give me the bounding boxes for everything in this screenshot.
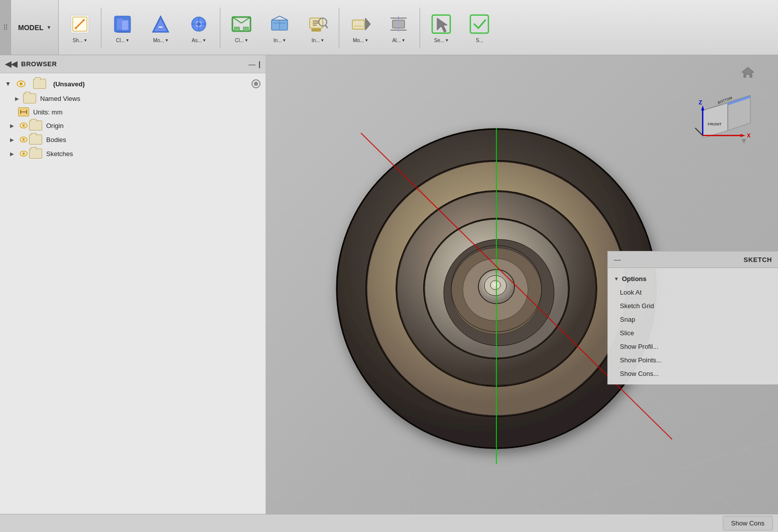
toolbar-item-align[interactable]: Al...▼ — [380, 3, 417, 53]
model-label: MODEL — [18, 24, 44, 32]
svg-rect-34 — [352, 20, 364, 29]
svg-marker-77 — [742, 67, 754, 77]
toolbar-item-select[interactable]: Se...▼ — [423, 3, 459, 53]
svg-line-24 — [280, 16, 288, 20]
browser-tree: ▼ (Unsaved) ▶ Named Views — [0, 73, 266, 164]
sketch-options-header[interactable]: ▼ Options — [608, 272, 778, 286]
named-views-label: Named Views — [40, 95, 80, 102]
origin-label: Origin — [46, 122, 64, 129]
stop-icon — [468, 13, 491, 36]
named-views-folder-icon — [23, 93, 36, 103]
svg-line-92 — [695, 128, 703, 136]
root-record-icon[interactable] — [251, 79, 261, 88]
sketches-visibility-icon[interactable] — [18, 149, 29, 158]
toolbar-item-sketch[interactable]: Sh...▼ — [62, 3, 98, 53]
insert-icon — [268, 13, 291, 36]
svg-rect-20 — [234, 27, 239, 31]
toolbar-item-construct[interactable]: Cl...▼ — [223, 3, 260, 53]
svg-point-52 — [23, 139, 25, 141]
browser-root-item[interactable]: ▼ (Unsaved) — [0, 76, 266, 91]
sketches-folder-icon — [29, 149, 42, 159]
view-cube-down-chevron[interactable]: ▼ — [740, 137, 748, 146]
model-menu-button[interactable]: MODEL ▼ — [11, 0, 59, 55]
sketch-option-show-profile[interactable]: Show Profil... — [608, 340, 778, 353]
root-collapse-chevron: ▼ — [5, 80, 11, 87]
browser-item-sketches[interactable]: ▶ Sketches — [0, 147, 266, 161]
units-label: Units: mm — [33, 108, 63, 116]
browser-item-named-views[interactable]: ▶ Named Views — [0, 91, 266, 105]
root-folder-icon — [33, 79, 46, 89]
sketch-panel-title: SKETCH — [744, 256, 772, 263]
sketch-option-look-at[interactable]: Look At — [608, 286, 778, 299]
sketch-option-snap[interactable]: Snap — [608, 313, 778, 326]
sketch-panel-minimize[interactable]: — — [614, 255, 621, 263]
toolbar-label-sketch: Sh...▼ — [73, 38, 88, 44]
toolbar-item-modify[interactable]: Mo...▼ — [143, 3, 179, 53]
browser-collapse-button[interactable]: ◀◀ — [5, 59, 17, 69]
sketch-icon — [68, 13, 91, 36]
toolbar-item-motion[interactable]: Mo...▼ — [342, 3, 378, 53]
motion-icon — [349, 13, 372, 36]
sketch-option-show-cons[interactable]: Show Cons... — [608, 367, 778, 380]
bodies-folder-icon — [29, 135, 42, 145]
toolbar-label-inspect: In...▼ — [312, 38, 325, 44]
svg-point-3 — [75, 27, 77, 29]
svg-line-18 — [232, 17, 241, 23]
toolbar-label-assemble: As...▼ — [192, 38, 206, 44]
toolbar-item-inspect[interactable]: In...▼ — [300, 3, 336, 53]
toolbar-divider-1 — [101, 8, 101, 48]
svg-marker-78 — [703, 103, 728, 138]
browser-item-origin[interactable]: ▶ Origin — [0, 118, 266, 132]
svg-marker-36 — [365, 18, 370, 30]
toolbar-label-select: Se...▼ — [434, 38, 449, 44]
origin-chevron: ▶ — [10, 123, 18, 128]
svg-line-33 — [325, 25, 328, 28]
bodies-label: Bodies — [46, 136, 66, 144]
toolbar-item-stop[interactable]: S... — [461, 3, 497, 53]
show-cons-button[interactable]: Show Cons — [723, 516, 773, 530]
browser-minimize-button[interactable]: — — [248, 60, 255, 68]
sketch-panel-header: — SKETCH — [608, 251, 778, 268]
toolbar-label-modify: Mo...▼ — [153, 38, 169, 44]
toolbar-handle[interactable]: ⠿ — [0, 0, 11, 55]
bottom-bar: Show Cons — [0, 514, 778, 532]
root-visibility-icon[interactable] — [16, 80, 26, 88]
bodies-visibility-icon[interactable] — [18, 135, 29, 144]
toolbar-label-create: Cl...▼ — [116, 38, 129, 44]
toolbar-divider-2 — [220, 8, 220, 48]
view-cube-svg[interactable]: FRONT BOTTOM Z X — [693, 80, 763, 146]
home-icon[interactable] — [741, 65, 755, 79]
toolbar-divider-3 — [339, 8, 339, 48]
sketch-options-section: ▼ Options Look At Sketch Grid Snap Slice… — [608, 268, 778, 384]
select-icon — [430, 13, 453, 36]
sketch-option-grid[interactable]: Sketch Grid — [608, 299, 778, 313]
svg-text:FRONT: FRONT — [708, 122, 722, 126]
sketches-chevron: ▶ — [10, 151, 18, 157]
svg-point-4 — [83, 19, 85, 21]
toolbar: ⠿ MODEL ▼ Sh...▼ — [0, 0, 778, 55]
browser-item-bodies[interactable]: ▶ Bodies — [0, 132, 266, 147]
svg-rect-21 — [243, 27, 248, 31]
toolbar-items: Sh...▼ Cl...▼ — [59, 0, 778, 55]
toolbar-item-insert[interactable]: In...▼ — [262, 3, 298, 53]
browser-expand-button[interactable]: | — [258, 60, 261, 68]
browser-item-units[interactable]: Units: mm — [0, 105, 266, 118]
toolbar-label-stop: S... — [476, 38, 483, 44]
browser-panel: ◀◀ BROWSER — | ▼ (Unsaved) — [0, 55, 266, 532]
browser-header: ◀◀ BROWSER — | — [0, 55, 266, 73]
toolbar-label-construct: Cl...▼ — [235, 38, 248, 44]
toolbar-item-create[interactable]: Cl...▼ — [104, 3, 141, 53]
named-views-chevron: ▶ — [15, 96, 23, 101]
sketch-option-slice[interactable]: Slice — [608, 326, 778, 340]
align-icon — [387, 13, 410, 36]
svg-point-54 — [23, 153, 25, 155]
svg-rect-7 — [121, 20, 128, 30]
sketch-option-show-points[interactable]: Show Points... — [608, 353, 778, 367]
view-cube[interactable]: FRONT BOTTOM Z X ▼ — [688, 65, 768, 146]
bodies-chevron: ▶ — [10, 137, 18, 143]
toolbar-item-assemble[interactable]: As...▼ — [181, 3, 217, 53]
toolbar-label-insert: In...▼ — [274, 38, 287, 44]
toolbar-divider-4 — [420, 8, 420, 48]
origin-visibility-icon[interactable] — [18, 121, 29, 130]
toolbar-label-align: Al...▼ — [392, 38, 405, 44]
